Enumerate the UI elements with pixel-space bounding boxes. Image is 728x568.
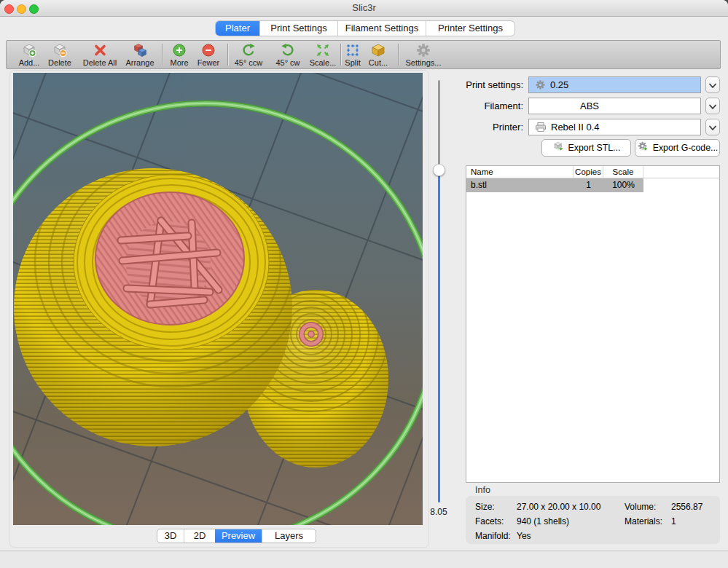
info-box: Size: 27.00 x 20.00 x 10.00 Volume: 2556… — [466, 496, 720, 544]
export-stl-icon — [552, 141, 565, 155]
filament-combo[interactable]: ABS — [528, 98, 701, 114]
object-list[interactable]: Name Copies Scale b.stl 1 100% — [466, 165, 720, 483]
status-bar — [0, 551, 728, 568]
title-bar: Slic3r — [0, 0, 728, 17]
view-mode-layers[interactable]: Layers — [262, 529, 316, 543]
window-title: Slic3r — [0, 0, 728, 16]
object-scale-cell: 100% — [603, 178, 643, 192]
info-manifold-label: Manifold: — [475, 531, 517, 545]
info-section-title: Info — [475, 485, 490, 495]
object-name-cell: b.stl — [466, 178, 574, 192]
zoom-button[interactable] — [29, 4, 39, 14]
export-gcode-button[interactable]: Export G-code... — [635, 139, 720, 157]
print-settings-value: 0.25 — [550, 79, 568, 90]
arrange-boxes-icon — [120, 42, 160, 58]
export-gcode-label: Export G-code... — [653, 143, 719, 153]
info-materials-label: Materials: — [625, 516, 671, 531]
info-volume-label: Volume: — [625, 502, 671, 516]
layer-slider-thumb[interactable] — [433, 164, 445, 176]
toolbar-button-label: Cut... — [358, 58, 399, 67]
settings-gear-icon — [402, 42, 445, 58]
printer-dropdown-button[interactable] — [705, 119, 720, 135]
toolbar-button-label: Delete — [39, 58, 80, 67]
print-settings-label: Print settings: — [452, 76, 523, 93]
view-mode-2d[interactable]: 2D — [184, 529, 215, 543]
minimize-button[interactable] — [17, 4, 26, 14]
tab-printer-settings[interactable]: Printer Settings — [426, 21, 514, 36]
toolbar-button-cut[interactable]: Cut... — [358, 42, 399, 68]
column-header-filler — [643, 166, 719, 178]
3d-preview-canvas[interactable] — [13, 73, 423, 525]
info-size-label: Size: — [475, 502, 517, 516]
tab-filament-settings[interactable]: Filament Settings — [337, 21, 426, 36]
column-header-scale[interactable]: Scale — [603, 166, 643, 178]
view-mode-preview[interactable]: Preview — [215, 529, 262, 543]
toolbar-button-label: Fewer — [188, 58, 229, 67]
print-settings-dropdown-button[interactable] — [705, 76, 720, 93]
view-mode-switch: 3D 2D Preview Layers — [157, 529, 316, 543]
delete-box-icon — [39, 42, 80, 58]
gcode-preview-scene — [13, 73, 423, 525]
table-row[interactable]: b.stl 1 100% — [466, 178, 719, 192]
chevron-down-icon — [708, 121, 717, 134]
object-list-header: Name Copies Scale — [466, 166, 719, 178]
cut-box-icon — [358, 42, 399, 58]
main-tab-bar: Plater Print Settings Filament Settings … — [215, 20, 515, 36]
layer-slider-track-upper[interactable] — [438, 80, 440, 170]
export-stl-button[interactable]: Export STL... — [541, 139, 631, 157]
toolbar-button-arrange[interactable]: Arrange — [120, 42, 160, 68]
layer-slider-track-lower[interactable] — [438, 170, 440, 502]
delete-all-x-icon — [78, 42, 122, 58]
gear-icon — [535, 79, 546, 90]
rotate-ccw-icon — [228, 42, 269, 58]
toolbar-button-delete[interactable]: Delete — [39, 42, 80, 68]
export-gcode-icon — [637, 141, 649, 155]
toolbar-button-label: Settings... — [402, 58, 445, 67]
export-stl-label: Export STL... — [568, 143, 621, 153]
view-mode-3d[interactable]: 3D — [157, 529, 184, 543]
slic3r-window: Slic3r Plater Print Settings Filament Se… — [0, 0, 728, 568]
toolbar-button-label: Arrange — [120, 58, 160, 67]
toolbar-separator — [398, 44, 399, 66]
column-header-copies[interactable]: Copies — [574, 166, 603, 178]
printer-label: Printer: — [452, 119, 523, 135]
toolbar-button-fewer[interactable]: Fewer — [188, 42, 229, 68]
filament-dropdown-button[interactable] — [705, 98, 720, 114]
tab-plater[interactable]: Plater — [216, 21, 259, 36]
print-settings-combo[interactable]: 0.25 — [528, 76, 701, 93]
info-manifold-value: Yes — [517, 531, 625, 545]
close-button[interactable] — [4, 4, 14, 14]
filament-value: ABS — [580, 100, 599, 111]
toolbar-button-settings[interactable]: Settings... — [402, 42, 445, 68]
object-copies-cell: 1 — [574, 178, 603, 192]
toolbar-button-rotate-ccw[interactable]: 45° ccw — [228, 42, 269, 68]
printer-combo[interactable]: Rebel II 0.4 — [528, 119, 701, 135]
plater-toolbar: Add... Delete Delete All Arrange More — [6, 40, 721, 69]
info-materials-value: 1 — [671, 516, 720, 531]
fewer-copies-icon — [188, 42, 229, 58]
info-volume-value: 2556.87 — [671, 502, 720, 516]
info-size-value: 27.00 x 20.00 x 10.00 — [517, 502, 625, 516]
filament-label: Filament: — [452, 98, 523, 114]
row-filler — [643, 178, 719, 192]
info-facets-value: 940 (1 shells) — [517, 516, 625, 531]
toolbar-button-label: 45° ccw — [228, 58, 269, 67]
printer-value: Rebel II 0.4 — [551, 122, 600, 133]
info-facets-label: Facets: — [475, 516, 517, 531]
column-header-name[interactable]: Name — [466, 166, 574, 178]
layer-height-value: 8.05 — [421, 507, 456, 517]
toolbar-button-delete-all[interactable]: Delete All — [78, 42, 122, 68]
chevron-down-icon — [708, 100, 717, 113]
toolbar-button-label: Delete All — [78, 58, 122, 67]
printer-icon — [535, 122, 547, 133]
chevron-down-icon — [708, 79, 717, 92]
tab-print-settings[interactable]: Print Settings — [259, 21, 337, 36]
